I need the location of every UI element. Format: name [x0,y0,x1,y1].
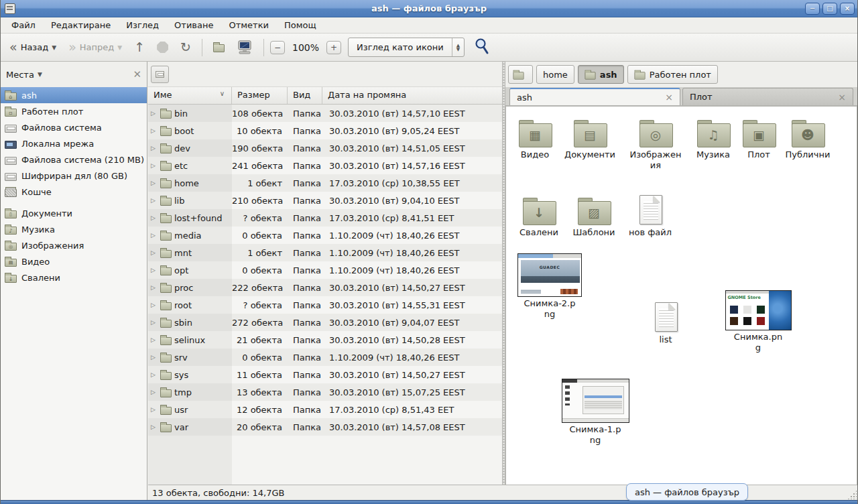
table-row[interactable]: ▷ lib 210 обекта Папка 30.03.2010 (вт) 9… [148,192,502,209]
close-button[interactable]: × [840,3,855,15]
sidebar-item[interactable]: Работен плот [1,103,147,119]
expander-icon[interactable]: ▷ [151,145,158,151]
expander-icon[interactable]: ▷ [151,232,158,239]
expander-icon[interactable]: ▷ [151,354,158,361]
table-row[interactable]: ▷ dev 190 обекта Папка 30.03.2010 (вт) 1… [148,139,502,157]
table-row[interactable]: ▷ var 20 обекта Папка 30.03.2010 (вт) 14… [148,418,502,436]
minimize-button[interactable]: ─ [805,3,820,15]
resize-grip[interactable] [847,490,857,499]
menu-item[interactable]: Изглед [119,19,166,32]
table-row[interactable]: ▷ tmp 13 обекта Папка 30.03.2010 (вт) 15… [148,383,502,401]
table-row[interactable]: ▷ mnt 1 обект Папка 1.10.2009 (чт) 18,40… [148,244,502,261]
breadcrumb-button[interactable]: home [536,65,574,84]
table-row[interactable]: ▷ boot 10 обекта Папка 30.03.2010 (вт) 9… [148,122,502,139]
home-button[interactable] [208,40,229,55]
table-row[interactable]: ▷ etc 241 обекта Папка 30.03.2010 (вт) 1… [148,157,502,174]
search-button[interactable] [474,38,490,57]
expander-icon[interactable]: ▷ [151,214,158,221]
sidebar-item[interactable]: Шифриран дял (80 GB) [1,168,147,184]
column-header-date[interactable]: Дата на промяна [322,87,502,104]
expander-icon[interactable]: ▷ [151,302,158,308]
tab-close-icon[interactable]: × [665,92,673,103]
expander-icon[interactable]: ▷ [151,389,158,395]
sidebar-item[interactable]: Музика [1,221,147,237]
expander-icon[interactable]: ▷ [151,319,158,326]
file-icon-item[interactable]: Публични [780,113,836,160]
expander-icon[interactable]: ▷ [151,336,158,343]
menu-item[interactable]: Отметки [222,19,275,32]
sidebar-item[interactable]: Видео [1,253,147,269]
sidebar-item[interactable]: ash [1,87,147,103]
sidebar-item[interactable]: Файлова система (210 MB) [1,151,147,168]
expander-icon[interactable]: ▷ [151,197,158,204]
sidebar-item[interactable]: Локална мрежа [1,135,147,151]
expander-icon[interactable]: ▷ [151,127,158,134]
table-row[interactable]: ▷ root ? обекта Папка 30.03.2010 (вт) 14… [148,296,502,314]
table-row[interactable]: ▷ opt 0 обекта Папка 1.10.2009 (чт) 18,4… [148,261,502,279]
stop-button[interactable] [152,39,173,56]
expander-icon[interactable]: ▷ [151,267,158,273]
computer-button[interactable] [232,38,257,58]
up-button[interactable]: ↑ [129,38,149,56]
back-history-dropdown-icon[interactable]: ▼ [52,44,56,51]
breadcrumb-button[interactable]: Работен плот [627,65,718,84]
menu-item[interactable]: Файл [5,19,42,32]
titlebar[interactable]: ash — файлов браузър ─ □ × [1,0,857,17]
sidebar-close-icon[interactable]: ✕ [133,68,141,80]
zoom-in-button[interactable]: + [326,41,341,54]
zoom-out-button[interactable]: − [270,41,285,54]
forward-button[interactable]: » Напред ▼ [64,38,127,56]
view-mode-select[interactable]: Изглед като икони ▲▼ [348,38,465,57]
table-row[interactable]: ▷ lost+found ? обекта Папка 17.03.2010 (… [148,209,502,227]
root-location-button[interactable] [151,66,169,83]
file-icon-item[interactable]: Свалени [511,191,567,238]
sidebar-item[interactable]: Документи [1,205,147,221]
expander-icon[interactable]: ▷ [151,371,158,378]
expander-icon[interactable]: ▷ [151,110,158,117]
table-row[interactable]: ▷ media 0 обекта Папка 1.10.2009 (чт) 18… [148,227,502,244]
file-icon-item[interactable]: GNOME Store Снимка.png [723,290,793,353]
icon-view[interactable]: Видео Документи [505,106,857,485]
table-row[interactable]: ▷ srv 0 обекта Папка 1.10.2009 (чт) 18,4… [148,349,502,366]
sidebar-item[interactable]: Файлова система [1,119,147,135]
file-icon-item[interactable]: Шаблони [566,191,622,238]
tab-close-icon[interactable]: × [838,92,846,103]
table-row[interactable]: ▷ sys 11 обекта Папка 30.03.2010 (вт) 14… [148,366,502,383]
file-icon-item[interactable]: нов файл [622,191,678,238]
maximize-button[interactable]: □ [822,3,837,15]
table-row[interactable]: ▷ usr 12 обекта Папка 17.03.2010 (ср) 8,… [148,401,502,418]
breadcrumb-button[interactable] [508,65,533,84]
file-icon-item[interactable]: Видео [507,113,563,160]
expander-icon[interactable]: ▷ [151,180,158,186]
expander-icon[interactable]: ▷ [151,249,158,256]
view-mode-spinner-icon[interactable]: ▲▼ [452,38,464,56]
table-row[interactable]: ▷ selinux 21 обекта Папка 30.03.2010 (вт… [148,331,502,349]
file-icon-item[interactable]: GUADEC Снимка-2.png [516,253,583,320]
file-icon-item[interactable]: Документи [562,113,618,160]
reload-button[interactable]: ↻ [176,38,196,56]
menu-item[interactable]: Помощ [278,19,323,32]
sidebar-mode-select[interactable]: Места ▼ [6,70,42,80]
sidebar-item[interactable] [1,200,147,205]
tab[interactable]: Плот × [682,88,853,105]
file-icon-item[interactable]: Снимка-1.png [560,379,631,446]
expander-icon[interactable]: ▷ [151,284,158,291]
expander-icon[interactable]: ▷ [151,406,158,413]
table-row[interactable]: ▷ sbin 272 обекта Папка 30.03.2010 (вт) … [148,314,502,331]
expander-icon[interactable]: ▷ [151,424,158,430]
sidebar-item[interactable]: Изображения [1,237,147,253]
sidebar-item[interactable]: Кошче [1,184,147,200]
breadcrumb-button[interactable]: ash [578,65,624,84]
expander-icon[interactable]: ▷ [151,162,158,169]
file-icon-item[interactable]: list [637,298,694,345]
menu-item[interactable]: Отиване [168,19,220,32]
column-header-type[interactable]: Вид [288,87,322,104]
table-row[interactable]: ▷ proc 222 обекта Папка 30.03.2010 (вт) … [148,279,502,296]
tab[interactable]: ash × [509,88,680,105]
table-row[interactable]: ▷ bin 108 обекта Папка 30.03.2010 (вт) 1… [148,105,502,122]
column-header-size[interactable]: Размер [232,87,288,104]
back-button[interactable]: « Назад ▼ [5,38,61,56]
table-row[interactable]: ▷ home 1 обект Папка 17.03.2010 (ср) 10,… [148,174,502,192]
file-icon-item[interactable]: Плот [731,113,787,160]
column-header-name[interactable]: Име∨ [148,87,232,104]
